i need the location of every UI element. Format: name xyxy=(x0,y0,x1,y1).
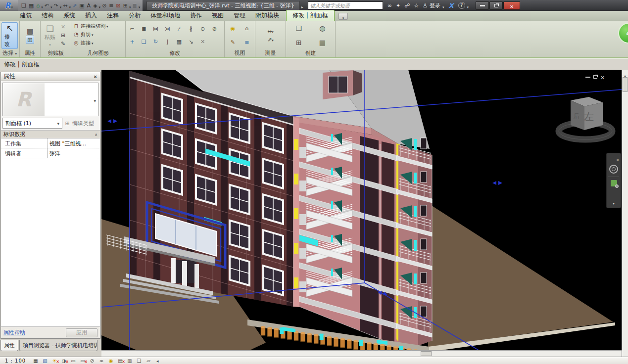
offset-icon[interactable]: ≣ xyxy=(140,25,148,33)
help-icon[interactable]: ? xyxy=(458,2,465,9)
align-icon[interactable]: ⌐ xyxy=(128,25,137,33)
scrollbar-thumb[interactable] xyxy=(623,77,628,92)
visual-style-icon[interactable]: ▧ xyxy=(41,358,49,364)
panel-label-clipboard[interactable]: 剪贴板 xyxy=(41,50,71,57)
sign-in-label[interactable]: 登录 xyxy=(430,2,440,9)
measure-along-element-icon[interactable]: ⇗ xyxy=(266,36,275,44)
minimize-button[interactable] xyxy=(476,1,489,10)
default-3d-view-icon[interactable]: ◈ xyxy=(92,1,98,10)
chevron-down-icon[interactable] xyxy=(99,1,101,10)
cut-geometry-button[interactable]: ◔ 剪切 xyxy=(73,30,94,39)
close-icon[interactable] xyxy=(615,153,621,164)
panel-label-create[interactable]: 创建 xyxy=(286,50,335,57)
ribbon-tab-2[interactable]: 系统 xyxy=(58,10,80,21)
move-icon[interactable]: + xyxy=(128,38,137,46)
title-expand-icon[interactable] xyxy=(300,1,305,10)
drawing-area[interactable]: 左 后 xyxy=(101,70,622,350)
join-geometry-button[interactable]: ◎ 连接 xyxy=(73,39,94,47)
copy-to-clipboard-icon[interactable]: ⊞ xyxy=(59,32,67,40)
ribbon-tab-1[interactable]: 结构 xyxy=(37,10,58,21)
type-selector-dropdown[interactable]: 剖面框 (1) xyxy=(2,118,62,129)
temporary-hide-isolate-icon[interactable]: ∞ xyxy=(97,358,105,364)
mirror-draw-axis-icon[interactable]: ⋊ xyxy=(163,25,172,33)
search-icon[interactable]: ∞ xyxy=(386,2,393,9)
infocenter-search-input[interactable] xyxy=(308,1,383,9)
chevron-down-icon[interactable] xyxy=(139,1,141,10)
detail-level-icon[interactable]: ▦ xyxy=(32,358,40,364)
selection-visibility-icon[interactable]: ▱ xyxy=(145,358,152,364)
contextual-tab-modify-section-box[interactable]: 修改 | 剖面框 xyxy=(286,10,335,21)
sign-in-icon[interactable]: ♙ xyxy=(421,2,429,9)
open-icon[interactable]: ❏ xyxy=(20,1,27,10)
close-button[interactable] xyxy=(503,1,520,10)
properties-palette-icon[interactable]: ▤ xyxy=(26,27,34,35)
match-type-icon[interactable]: ✎ xyxy=(59,40,67,48)
split-with-gap-icon[interactable]: ∦ xyxy=(187,25,195,33)
type-properties-icon[interactable]: ⊞ xyxy=(26,36,34,44)
property-value[interactable]: 张洋 xyxy=(48,148,100,158)
mirror-pick-axis-icon[interactable]: ⋈ xyxy=(151,25,160,33)
paste-button[interactable]: ❏ 粘贴 xyxy=(42,22,58,49)
chevron-down-icon[interactable] xyxy=(60,1,62,10)
type-selector-preview[interactable]: R xyxy=(2,83,98,116)
switch-windows-icon[interactable]: ⊞ xyxy=(122,1,129,10)
sun-path-icon[interactable]: ☀× xyxy=(50,358,58,364)
tab-project-browser[interactable]: 项目浏览器 - 技师学院机电培训... xyxy=(19,340,97,351)
edit-type-button[interactable]: ⊞ 编辑类型 xyxy=(64,118,98,129)
rotate-icon[interactable]: ↻ xyxy=(151,38,160,46)
worksharing-display-icon[interactable]: ▤× xyxy=(116,358,124,364)
delete-icon[interactable]: ✕ xyxy=(198,38,207,46)
linework-icon[interactable]: ✎ xyxy=(229,39,237,46)
cope-button[interactable]: ⊓ 连接端切割 xyxy=(73,22,108,30)
section-icon[interactable]: ⊘ xyxy=(101,1,107,10)
split-element-icon[interactable]: ⌿ xyxy=(175,25,184,33)
modify-button[interactable]: ↖ 修改 xyxy=(1,22,18,49)
3d-view-canvas[interactable]: 左 后 xyxy=(101,70,622,350)
ribbon-tab-8[interactable]: 视图 xyxy=(207,10,229,21)
crop-view-icon[interactable]: ▭ xyxy=(69,358,77,364)
zoom-icon[interactable] xyxy=(611,180,617,186)
restore-button[interactable] xyxy=(489,1,503,10)
chevron-down-icon[interactable] xyxy=(465,1,471,10)
view-restore-icon[interactable] xyxy=(593,75,597,79)
scrollbar-thumb[interactable] xyxy=(421,351,432,356)
horizontal-scrollbar[interactable] xyxy=(101,350,622,357)
view-minimize-icon[interactable] xyxy=(585,77,590,78)
locked-3d-view-icon[interactable]: ⊘ xyxy=(88,358,96,364)
ribbon-tab-0[interactable]: 建筑 xyxy=(15,10,37,21)
communication-center-icon[interactable]: ☍ xyxy=(403,2,411,9)
create-group-icon[interactable]: ▦ xyxy=(318,39,327,46)
properties-help-link[interactable]: 属性帮助 xyxy=(3,329,25,336)
chevron-down-icon[interactable] xyxy=(41,1,43,10)
panel-label-view[interactable]: 视图 xyxy=(225,50,255,57)
reveal-hidden-elements-icon[interactable]: ◉ xyxy=(107,358,115,364)
property-value[interactable]: 视图 "三维视... xyxy=(48,138,100,148)
application-menu-button[interactable]: R xyxy=(0,0,18,11)
create-assembly-icon[interactable]: ⊞ xyxy=(294,39,303,46)
measure-icon[interactable]: ↔ xyxy=(62,1,68,10)
chevron-down-icon[interactable] xyxy=(50,1,52,10)
panel-label-properties[interactable]: 属性 xyxy=(20,50,40,57)
view-close-icon[interactable] xyxy=(600,72,605,82)
thin-lines-icon[interactable]: ≡ xyxy=(108,1,114,10)
chevron-down-icon[interactable] xyxy=(129,1,131,10)
apply-button[interactable]: 应用 xyxy=(66,328,97,337)
ribbon-tab-9[interactable]: 管理 xyxy=(229,10,250,21)
ribbon-tab-6[interactable]: 体量和场地 xyxy=(145,10,185,21)
favorites-icon[interactable]: ☆ xyxy=(412,2,420,9)
trim-extend-icon[interactable]: ⌋ xyxy=(163,38,172,46)
text-icon[interactable]: A xyxy=(86,1,92,10)
ribbon-tab-4[interactable]: 注释 xyxy=(102,10,124,21)
chevron-down-icon[interactable] xyxy=(94,95,98,104)
unpin-icon[interactable]: ⊘ xyxy=(210,25,219,33)
panel-label-select[interactable]: 选择 xyxy=(0,50,19,57)
array-icon[interactable]: ▦ xyxy=(175,38,184,46)
view-visibility-icon[interactable]: ◉ xyxy=(229,24,237,32)
ribbon-tab-7[interactable]: 协作 xyxy=(185,10,207,21)
chevron-down-icon[interactable] xyxy=(69,1,71,10)
redo-icon[interactable]: ↷ xyxy=(53,1,59,10)
view-scale[interactable]: 1 : 100 xyxy=(5,358,30,364)
ribbon-tab-5[interactable]: 分析 xyxy=(124,10,145,21)
undo-icon[interactable]: ↶ xyxy=(44,1,50,10)
vertical-scrollbar[interactable] xyxy=(622,70,628,357)
